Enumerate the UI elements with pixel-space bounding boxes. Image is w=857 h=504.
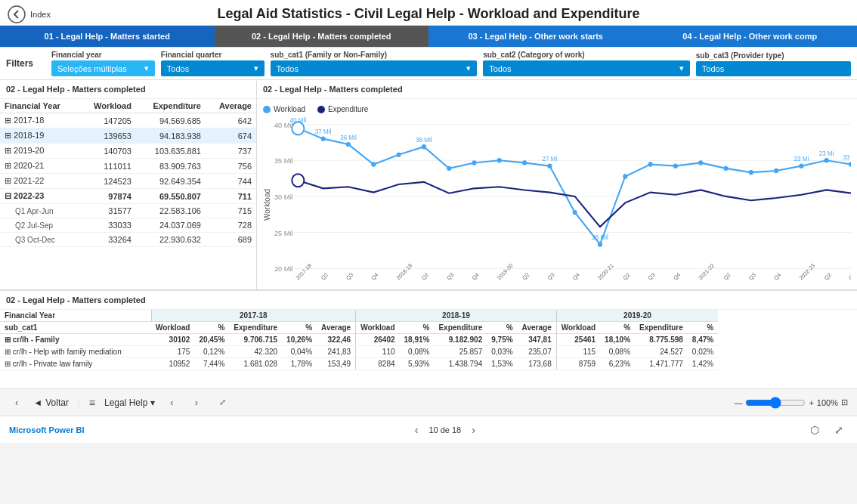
bt-year-2018: 2018-19 <box>356 310 557 322</box>
tab-3[interactable]: 03 - Legal Help - Other work starts <box>428 26 643 47</box>
svg-text:Q4: Q4 <box>471 271 481 282</box>
nav-back-button[interactable]: ‹ <box>9 395 24 410</box>
zoom-level: 100% <box>817 398 838 407</box>
table-row[interactable]: Q2 Jul-Sep3303324.037.069728 <box>0 218 256 233</box>
left-panel: 02 - Legal Help - Matters completed Fina… <box>0 80 257 289</box>
svg-point-12 <box>321 136 326 141</box>
table-row[interactable]: ⊞ 2017-1814720594.569.685642 <box>0 113 256 128</box>
subcat-name-cell: ⊞ cr/lh - Private law family <box>0 358 151 370</box>
svg-point-18 <box>472 160 476 165</box>
table-row[interactable]: Q3 Oct-Dec3326422.930.632689 <box>0 233 256 247</box>
left-table: Financial Year Workload Expenditure Aver… <box>0 99 256 247</box>
table-row[interactable]: ⊞ cr/lh - Family3010220,45%9.706.71510,2… <box>0 334 718 346</box>
footer-actions: ⬡ ⤢ <box>806 422 848 438</box>
year-cell: Q1 Apr-Jun <box>0 204 79 218</box>
workload-cell: 124523 <box>79 174 136 189</box>
filter-sc3-select[interactable]: Todos <box>696 61 851 76</box>
filter-sc2-select[interactable]: Todos ▾ <box>483 60 690 76</box>
table-row[interactable]: ⊞ 2018-1913965394.183.938674 <box>0 128 256 144</box>
table-row[interactable]: Q1 Apr-Jun3157722.583.106715 <box>0 204 256 218</box>
zoom-control: — + 100% ⊡ <box>734 397 848 409</box>
filter-subcat1: sub_cat1 (Family or Non-Family) Todos ▾ <box>271 51 478 76</box>
table-row[interactable]: ⊞ cr/lh - Private law family109527,44%1.… <box>0 358 718 370</box>
expenditure-legend-dot <box>317 106 325 113</box>
svg-point-25 <box>648 162 653 166</box>
svg-text:2019-20: 2019-20 <box>496 262 515 282</box>
zoom-plus-icon[interactable]: + <box>809 398 813 407</box>
average-cell: 711 <box>206 189 256 204</box>
value-cell: 7,44% <box>194 358 229 370</box>
value-cell: 241,83 <box>317 346 356 358</box>
average-cell: 689 <box>206 233 256 247</box>
tab-4[interactable]: 04 - Legal Help - Other work comp <box>643 26 858 47</box>
tab-1[interactable]: 01 - Legal Help - Matters started <box>0 26 215 47</box>
svg-text:Q3: Q3 <box>445 271 455 282</box>
table-row[interactable]: ⊟ 2022-239787469.550.807711 <box>0 189 256 204</box>
value-cell: 175 <box>151 346 194 358</box>
header: Index Legal Aid Statistics - Civil Legal… <box>0 0 857 26</box>
nav-expand-button[interactable]: ⤢ <box>213 396 232 409</box>
value-cell: 42.320 <box>229 346 282 358</box>
page-next-button[interactable]: › <box>467 422 480 438</box>
nav-next-button[interactable]: › <box>189 395 204 410</box>
filters-row: Filters Financial year Seleções múltipla… <box>0 48 857 80</box>
filter-subcat2: sub_cat2 (Category of work) Todos ▾ <box>483 51 690 76</box>
svg-text:Q4: Q4 <box>672 271 682 282</box>
value-cell: 0,12% <box>194 346 229 358</box>
zoom-minus-icon[interactable]: — <box>734 398 742 407</box>
svg-point-35 <box>292 174 304 187</box>
tab-2[interactable]: 02 - Legal Help - Matters completed <box>215 26 429 47</box>
year-cell: ⊞ 2017-18 <box>0 113 79 128</box>
filter-sc1-select[interactable]: Todos ▾ <box>271 60 478 76</box>
filter-fq-select[interactable]: Todos ▾ <box>161 60 265 76</box>
value-cell: 24.527 <box>635 346 688 358</box>
workload-legend-dot <box>263 106 271 113</box>
left-table-container[interactable]: Financial Year Workload Expenditure Aver… <box>0 99 256 289</box>
nav-prev-button[interactable]: ‹ <box>164 395 179 410</box>
zoom-fit-icon[interactable]: ⊡ <box>841 397 848 407</box>
page-prev-button[interactable]: ‹ <box>410 422 423 438</box>
svg-point-30 <box>774 169 778 173</box>
svg-point-27 <box>698 160 703 165</box>
svg-text:36 Mil: 36 Mil <box>340 135 357 141</box>
svg-text:Q3: Q3 <box>345 271 354 282</box>
workload-cell: 33264 <box>79 233 136 247</box>
share-button[interactable]: ⬡ <box>806 422 824 438</box>
table-row[interactable]: ⊞ 2020-2111101183.909.763756 <box>0 159 256 174</box>
nav-section-label[interactable]: Legal Help ▾ <box>104 397 155 408</box>
svg-text:26 Mil: 26 Mil <box>592 234 608 241</box>
fullscreen-button[interactable]: ⤢ <box>830 422 848 438</box>
chevron-down-icon: ▾ <box>466 63 471 73</box>
svg-text:35 Mil: 35 Mil <box>274 157 292 165</box>
table-row[interactable]: ⊞ 2021-2212452392.649.354744 <box>0 174 256 189</box>
svg-point-20 <box>522 160 527 165</box>
back-button[interactable]: Index <box>8 5 51 23</box>
table-row[interactable]: ⊞ 2019-20140703103.635.881737 <box>0 144 256 159</box>
value-cell: 25.857 <box>434 346 487 358</box>
brand-link[interactable]: Microsoft Power BI <box>9 425 85 434</box>
svg-text:30 Mil: 30 Mil <box>274 193 292 201</box>
expenditure-cell: 94.569.685 <box>136 113 206 128</box>
year-cell: ⊞ 2020-21 <box>0 159 79 174</box>
filter-fq-label: Financial quarter <box>161 51 265 59</box>
average-cell: 642 <box>206 113 256 128</box>
svg-text:Q2: Q2 <box>420 271 430 282</box>
year-cell: ⊟ 2022-23 <box>0 189 79 204</box>
value-cell: 347,81 <box>518 334 557 346</box>
chart-area: Workload Expenditure Workload <box>257 99 857 289</box>
bt-avg-2: Average <box>518 322 557 334</box>
table-row[interactable]: ⊞ cr/lh - Help with family mediation1750… <box>0 346 718 358</box>
svg-text:23 Mi: 23 Mi <box>819 150 834 157</box>
bottom-table-section: 02 - Legal Help - Matters completed Fina… <box>0 290 857 388</box>
legend-expenditure: Expenditure <box>317 105 368 113</box>
svg-text:27 Mi: 27 Mi <box>542 156 557 162</box>
tabs-row: 01 - Legal Help - Matters started 02 - L… <box>0 26 857 48</box>
zoom-slider[interactable] <box>745 397 806 409</box>
svg-text:Q3: Q3 <box>546 271 556 282</box>
value-cell: 0,03% <box>487 346 517 358</box>
svg-text:Q2: Q2 <box>521 271 531 282</box>
value-cell: 173,68 <box>518 358 557 370</box>
svg-point-31 <box>799 163 803 168</box>
filter-fy-select[interactable]: Seleções múltiplas ▾ <box>51 60 155 76</box>
main-footer: Microsoft Power BI ‹ 10 de 18 › ⬡ ⤢ <box>0 416 857 443</box>
